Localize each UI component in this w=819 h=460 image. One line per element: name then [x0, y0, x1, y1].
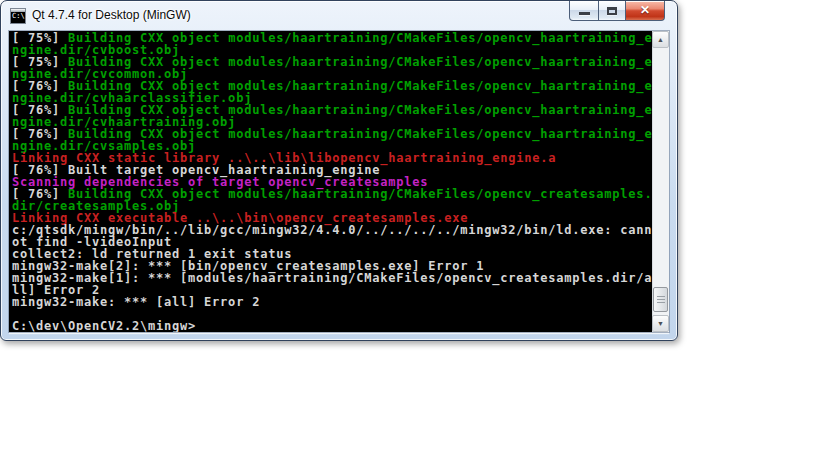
close-icon: ✕ — [640, 1, 650, 20]
maximize-icon — [607, 7, 617, 15]
scroll-up-button[interactable]: ▲ — [652, 31, 669, 48]
minimize-button[interactable] — [569, 1, 599, 21]
console-line: mingw32-make[1]: *** [modules/haartraini… — [12, 272, 652, 284]
console-cursor: _ — [196, 319, 204, 332]
console-line: C:\dev\OpenCV2.2\mingw>_ — [12, 320, 652, 332]
console-text-segment: mingw32-make[1]: *** [modules/haartraini… — [12, 271, 652, 285]
console-output[interactable]: [ 75%] Building CXX object modules/haart… — [9, 31, 652, 332]
scroll-up-icon: ▲ — [657, 36, 664, 43]
scroll-down-icon: ▼ — [657, 320, 664, 327]
titlebar[interactable]: C:\ Qt 4.7.4 for Desktop (MinGW) ✕ — [1, 1, 677, 31]
console-line: mingw32-make: *** [all] Error 2 — [12, 296, 652, 308]
minimize-icon — [579, 12, 590, 15]
scroll-down-button[interactable]: ▼ — [652, 315, 669, 332]
vertical-scrollbar[interactable]: ▲ ▼ — [652, 31, 669, 332]
console-text-segment: C:\dev\OpenCV2.2\mingw> — [12, 319, 196, 332]
console-window: C:\ Qt 4.7.4 for Desktop (MinGW) ✕ [ 75%… — [0, 0, 678, 341]
scrollbar-gripper-icon — [657, 296, 665, 303]
maximize-button[interactable] — [598, 1, 626, 21]
console-client-area: [ 75%] Building CXX object modules/haart… — [9, 31, 669, 332]
console-icon[interactable]: C:\ — [10, 8, 26, 24]
window-title: Qt 4.7.4 for Desktop (MinGW) — [32, 1, 191, 29]
close-button[interactable]: ✕ — [625, 1, 665, 21]
window-controls: ✕ — [570, 1, 665, 22]
scrollbar-thumb[interactable] — [653, 287, 668, 312]
console-icon-text: C:\ — [11, 12, 25, 21]
console-text-segment: mingw32-make: *** [all] Error 2 — [12, 295, 260, 309]
